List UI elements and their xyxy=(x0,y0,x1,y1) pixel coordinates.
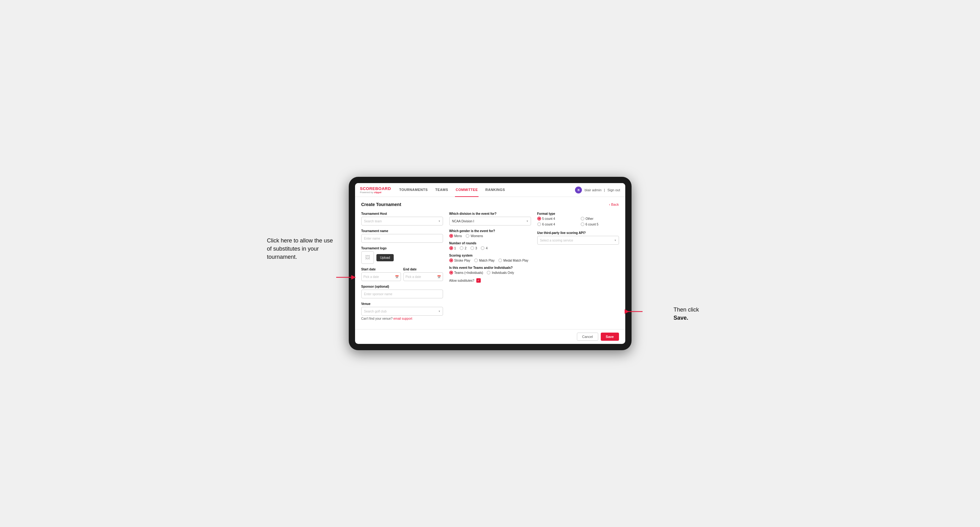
scoring-radio-group: Stroke Play Match Play Medal Match Play xyxy=(449,259,531,262)
arrow-right-icon xyxy=(625,307,644,316)
form-footer: Cancel Save xyxy=(355,329,625,344)
format-5count4[interactable]: 5 count 4 xyxy=(537,217,576,221)
nav-item-teams[interactable]: TEAMS xyxy=(434,183,449,197)
teams-individuals[interactable]: Individuals Only xyxy=(487,271,514,275)
scoring-match-radio[interactable] xyxy=(474,259,478,262)
scoring-label: Scoring system xyxy=(449,254,531,257)
logo-scoreboard-black: BOARD xyxy=(375,186,391,191)
scoring-medal-radio[interactable] xyxy=(498,259,502,262)
rounds-group: Number of rounds 1 2 xyxy=(449,241,531,250)
teams-radio-group: Teams (+Individuals) Individuals Only xyxy=(449,271,531,275)
teams-individuals-radio[interactable] xyxy=(487,271,490,275)
form-columns: Tournament Host Search team ▾ Tournament… xyxy=(361,212,619,324)
sign-out-link[interactable]: Sign out xyxy=(607,188,620,192)
teams-label: Is this event for Teams and/or Individua… xyxy=(449,266,531,270)
venue-input[interactable]: Search golf club ▾ xyxy=(361,307,443,316)
gender-mens-radio[interactable] xyxy=(449,234,453,238)
format-6count5[interactable]: 6 count 5 xyxy=(581,222,619,226)
gender-label: Which gender is the event for? xyxy=(449,229,531,233)
format-other[interactable]: Other xyxy=(581,217,619,221)
app-logo: SCOREBOARD Powered by clippd xyxy=(360,186,391,194)
tournament-name-placeholder: Enter name xyxy=(364,237,380,240)
gender-womens[interactable]: Womens xyxy=(466,234,483,238)
format-6count4-radio[interactable] xyxy=(537,222,541,226)
tournament-host-placeholder: Search team xyxy=(364,219,382,223)
tournament-host-label: Tournament Host xyxy=(361,212,443,216)
division-select[interactable]: NCAA Division I ▾ xyxy=(449,217,531,225)
tournament-name-group: Tournament name Enter name xyxy=(361,229,443,243)
rounds-4-radio[interactable] xyxy=(481,246,485,250)
division-group: Which division is the event for? NCAA Di… xyxy=(449,212,531,225)
tournament-host-input[interactable]: Search team ▾ xyxy=(361,217,443,225)
rounds-3-label: 3 xyxy=(476,246,477,250)
sponsor-placeholder: Enter sponsor name xyxy=(364,292,393,296)
end-date-input[interactable]: Pick a date 📅 xyxy=(403,272,443,281)
venue-chevron-icon: ▾ xyxy=(439,310,440,313)
annotation-left: Click here to allow the use of substitut… xyxy=(267,237,339,261)
save-button[interactable]: Save xyxy=(601,333,619,341)
arrow-left-icon xyxy=(336,273,355,282)
upload-button[interactable]: Upload xyxy=(376,254,394,261)
sponsor-input[interactable]: Enter sponsor name xyxy=(361,290,443,298)
user-label: blair admin xyxy=(584,188,601,192)
rounds-3-radio[interactable] xyxy=(470,246,474,250)
form-col-2: Which division is the event for? NCAA Di… xyxy=(449,212,531,324)
page-title: Create Tournament xyxy=(361,202,401,207)
scoring-api-placeholder: Select a scoring service xyxy=(540,239,573,242)
calendar-end-icon: 📅 xyxy=(437,275,441,279)
format-other-label: Other xyxy=(585,217,593,221)
nav-item-committee[interactable]: COMMITTEE xyxy=(455,183,479,197)
format-6count5-radio[interactable] xyxy=(581,222,584,226)
rounds-2-radio[interactable] xyxy=(460,246,463,250)
tournament-name-input[interactable]: Enter name xyxy=(361,234,443,243)
nav-item-tournaments[interactable]: TOURNAMENTS xyxy=(398,183,428,197)
email-support-link[interactable]: email support xyxy=(393,317,412,321)
annotation-right-line1: Then click xyxy=(673,306,699,313)
tournament-host-group: Tournament Host Search team ▾ xyxy=(361,212,443,225)
cancel-button[interactable]: Cancel xyxy=(577,333,598,341)
page-header: Create Tournament ‹ Back xyxy=(361,202,619,207)
venue-help: Can't find your venue? email support xyxy=(361,317,443,321)
annotation-right-line2: Save. xyxy=(673,315,688,321)
rounds-3[interactable]: 3 xyxy=(470,246,477,250)
main-content: Create Tournament ‹ Back Tournament Host… xyxy=(355,197,625,329)
scoring-stroke-radio[interactable] xyxy=(449,259,453,262)
format-6count4[interactable]: 6 count 4 xyxy=(537,222,576,226)
rounds-1[interactable]: 1 xyxy=(449,246,456,250)
annotation-right: Then click Save. xyxy=(673,306,699,322)
start-date-group: Start date Pick a date 📅 xyxy=(361,268,401,281)
teams-both[interactable]: Teams (+Individuals) xyxy=(449,271,483,275)
gender-womens-radio[interactable] xyxy=(466,234,469,238)
scoring-api-select[interactable]: Select a scoring service ▾ xyxy=(537,236,619,244)
rounds-1-radio[interactable] xyxy=(449,246,453,250)
substitutes-row: Allow substitutes? ✓ xyxy=(449,278,531,283)
division-label: Which division is the event for? xyxy=(449,212,531,216)
scoring-stroke[interactable]: Stroke Play xyxy=(449,259,470,262)
scoring-stroke-label: Stroke Play xyxy=(454,259,470,262)
venue-group: Venue Search golf club ▾ Can't find your… xyxy=(361,302,443,321)
scoring-match[interactable]: Match Play xyxy=(474,259,495,262)
rounds-4-label: 4 xyxy=(486,246,488,250)
gender-mens[interactable]: Mens xyxy=(449,234,462,238)
nav-right: B blair admin | Sign out xyxy=(575,187,620,194)
rounds-2[interactable]: 2 xyxy=(460,246,466,250)
scoring-medal[interactable]: Medal Match Play xyxy=(498,259,528,262)
rounds-4[interactable]: 4 xyxy=(481,246,488,250)
format-other-radio[interactable] xyxy=(581,217,584,221)
substitutes-label: Allow substitutes? xyxy=(449,279,474,283)
teams-both-radio[interactable] xyxy=(449,271,453,275)
substitutes-checkbox[interactable]: ✓ xyxy=(476,278,481,283)
venue-placeholder: Search golf club xyxy=(364,310,387,313)
back-button[interactable]: ‹ Back xyxy=(609,203,619,206)
format-5count4-radio[interactable] xyxy=(537,217,541,221)
logo-scoreboard-red: SCORE xyxy=(360,186,375,191)
nav-item-rankings[interactable]: RANKINGS xyxy=(485,183,506,197)
chevron-down-icon: ▾ xyxy=(439,219,440,223)
calendar-icon: 📅 xyxy=(395,275,399,279)
start-date-input[interactable]: Pick a date 📅 xyxy=(361,272,401,281)
format-label: Format type xyxy=(537,212,619,216)
navigation-bar: SCOREBOARD Powered by clippd TOURNAMENTS… xyxy=(355,183,625,197)
nav-items: TOURNAMENTS TEAMS COMMITTEE RANKINGS xyxy=(398,183,575,197)
tournament-name-label: Tournament name xyxy=(361,229,443,233)
rounds-1-label: 1 xyxy=(454,246,456,250)
